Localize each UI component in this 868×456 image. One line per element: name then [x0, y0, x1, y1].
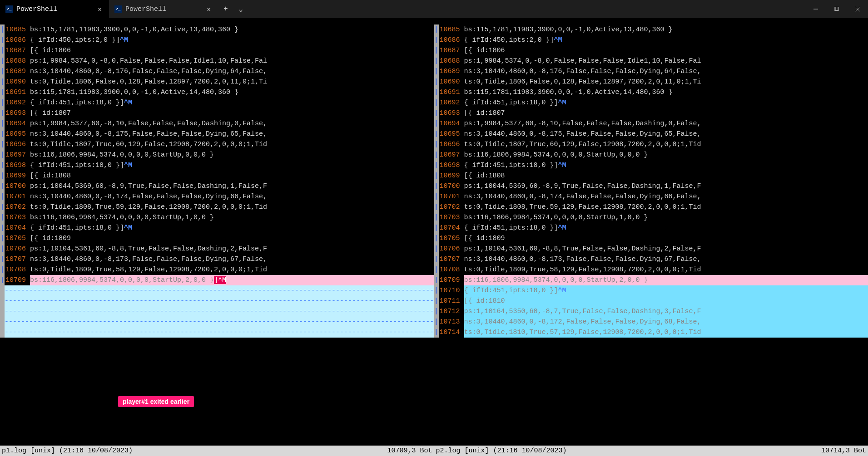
line-number: 10695 — [5, 129, 30, 139]
line-number: 10703 — [439, 212, 464, 223]
log-text: bs:116,1806,9984,5374,0,0,0,0,StartUp,2,… — [30, 275, 434, 285]
log-text: { ifId:451,ipts:18,0 }]^M — [30, 160, 434, 171]
log-text: bs:115,1781,11983,3900,0,0,-1,0,Active,1… — [30, 25, 434, 35]
sign-column: | — [0, 87, 5, 98]
diff-filler: ----------------------------------------… — [0, 296, 434, 306]
statusline-left: p1.log [unix] (21:16 10/08/2023) 10709,3… — [0, 446, 434, 456]
log-text: ps:1,9984,5374,0,-8,0,False,False,False,… — [30, 56, 434, 66]
log-text: bs:116,1806,9984,5374,0,0,0,0,StartUp,0,… — [30, 150, 434, 160]
pane-right[interactable]: |10685bs:115,1781,11983,3900,0,0,-1,0,Ac… — [434, 25, 868, 456]
tab-label: PowerShell — [125, 5, 166, 13]
diff-filler: ----------------------------------------… — [0, 327, 434, 338]
line-number: 10690 — [5, 77, 30, 87]
log-text: ts:0,Tidle,1810,True,57,129,False,12908,… — [464, 327, 868, 338]
sign-column: | — [434, 181, 439, 191]
sign-column: | — [434, 129, 439, 139]
log-text: ts:0,Tidle,1809,True,58,129,False,12908,… — [464, 265, 868, 275]
log-text: { ifId:450,ipts:2,0 }]^M — [30, 35, 434, 45]
log-line: |10707ns:3,10440,4860,0,-8,173,False,Fal… — [434, 254, 868, 265]
sign-column: | — [0, 181, 5, 191]
sign-column: | — [0, 56, 5, 66]
line-number: 10700 — [5, 181, 30, 191]
line-number: 10691 — [439, 87, 464, 98]
new-tab-button[interactable]: + — [218, 0, 233, 18]
log-text: bs:116,1806,9984,5374,0,0,0,0,StartUp,1,… — [464, 212, 868, 223]
close-icon[interactable]: ✕ — [95, 5, 104, 14]
line-number: 10708 — [5, 265, 30, 275]
line-number: 10703 — [5, 212, 30, 223]
log-line: |10685bs:115,1781,11983,3900,0,0,-1,0,Ac… — [434, 25, 868, 35]
tab-powershell-2[interactable]: >_ PowerShell ✕ — [109, 0, 218, 18]
status-position: 10709,3 Bot — [387, 446, 432, 456]
titlebar: >_ PowerShell ✕ >_ PowerShell ✕ + ⌄ — [0, 0, 868, 18]
close-icon — [855, 7, 860, 11]
log-text: ns:3,10440,4860,0,-8,176,False,False,Fal… — [464, 66, 868, 77]
sign-column: | — [434, 160, 439, 171]
sign-column: | — [0, 223, 5, 233]
log-text: ps:1,10104,5361,60,-8,8,True,False,False… — [30, 244, 434, 254]
log-line: |10713ns:3,10440,4860,0,-8,172,False,Fal… — [434, 317, 868, 327]
sign-column: | — [0, 275, 5, 285]
line-number: 10695 — [439, 129, 464, 139]
sign-column: | — [434, 171, 439, 181]
sign-column: | — [0, 35, 5, 45]
sign-column: | — [0, 118, 5, 129]
maximize-button[interactable] — [826, 0, 847, 18]
close-icon[interactable]: ✕ — [204, 5, 213, 14]
log-line: |10697bs:116,1806,9984,5374,0,0,0,0,Star… — [0, 150, 434, 160]
line-number: 10693 — [5, 108, 30, 118]
sign-column: | — [0, 150, 5, 160]
sign-column: | — [434, 223, 439, 233]
log-line: |10688ps:1,9984,5374,0,-8,0,False,False,… — [434, 56, 868, 66]
log-line: |10709bs:116,1806,9984,5374,0,0,0,0,Star… — [0, 275, 434, 285]
line-number: 10691 — [5, 87, 30, 98]
line-number: 10698 — [5, 160, 30, 171]
line-number: 10685 — [439, 25, 464, 35]
close-button[interactable] — [847, 0, 868, 18]
sign-column: | — [0, 202, 5, 212]
filler-text: ----------------------------------------… — [5, 327, 434, 338]
line-number: 10702 — [5, 202, 30, 212]
terminal-area[interactable]: |10685bs:115,1781,11983,3900,0,0,-1,0,Ac… — [0, 18, 868, 456]
status-filename: p1.log [unix] (21:16 10/08/2023) — [2, 446, 133, 456]
pane-left[interactable]: |10685bs:115,1781,11983,3900,0,0,-1,0,Ac… — [0, 25, 434, 456]
log-text: ps:1,10044,5369,60,-8,9,True,False,False… — [30, 181, 434, 191]
line-number: 10688 — [439, 56, 464, 66]
window-controls — [805, 0, 868, 18]
log-line: |10706ps:1,10104,5361,60,-8,8,True,False… — [0, 244, 434, 254]
status-position: 10714,3 Bot — [821, 446, 866, 456]
chevron-down-icon: ⌄ — [239, 5, 243, 14]
line-number: 10689 — [5, 66, 30, 77]
log-line: |10704{ ifId:451,ipts:18,0 }]^M — [434, 223, 868, 233]
line-number: 10707 — [5, 254, 30, 265]
log-text: [{ id:1806 — [30, 45, 434, 56]
sign-column: | — [0, 45, 5, 56]
log-text: bs:116,1806,9984,5374,0,0,0,0,StartUp,1,… — [30, 212, 434, 223]
status-filename: p2.log [unix] (21:16 10/08/2023) — [436, 446, 567, 456]
log-line: |10692{ ifId:451,ipts:18,0 }]^M — [434, 98, 868, 108]
log-line: |10710{ ifId:451,ipts:18,0 }]^M — [434, 285, 868, 296]
log-line: |10711[{ id:1810 — [434, 296, 868, 306]
log-line: |10697bs:116,1806,9984,5374,0,0,0,0,Star… — [434, 150, 868, 160]
line-number: 10696 — [439, 139, 464, 150]
sign-column: | — [434, 254, 439, 265]
powershell-icon: >_ — [114, 5, 122, 13]
log-text: ps:1,9984,5374,0,-8,0,False,False,False,… — [464, 56, 868, 66]
log-text: bs:116,1806,9984,5374,0,0,0,0,StartUp,0,… — [464, 150, 868, 160]
line-number: 10713 — [439, 317, 464, 327]
sign-column: | — [0, 254, 5, 265]
log-text: ts:0,Tidle,1807,True,60,129,False,12908,… — [464, 139, 868, 150]
line-number: 10687 — [5, 45, 30, 56]
log-line: |10701ns:3,10440,4860,0,-8,174,False,Fal… — [434, 191, 868, 202]
tab-powershell-1[interactable]: >_ PowerShell ✕ — [0, 0, 109, 18]
minimize-button[interactable] — [805, 0, 826, 18]
tab-dropdown-button[interactable]: ⌄ — [233, 0, 249, 18]
sign-column: | — [434, 87, 439, 98]
filler-text: ----------------------------------------… — [5, 317, 434, 327]
log-line: |10690ts:0,Tidle,1806,False,0,128,False,… — [0, 77, 434, 87]
log-line: |10691bs:115,1781,11983,3900,0,0,-1,0,Ac… — [0, 87, 434, 98]
diff-filler: ----------------------------------------… — [0, 306, 434, 317]
line-number: 10694 — [439, 118, 464, 129]
log-line: |10709bs:116,1806,9984,5374,0,0,0,0,Star… — [434, 275, 868, 285]
log-text: ts:0,Tidle,1807,True,60,129,False,12908,… — [30, 139, 434, 150]
